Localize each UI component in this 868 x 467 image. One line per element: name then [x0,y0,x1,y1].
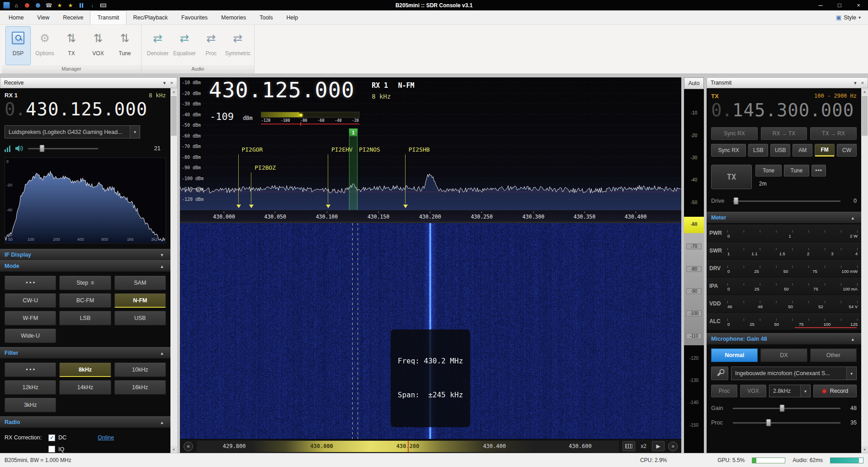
gain-slider[interactable] [733,404,840,412]
mode-button[interactable]: W-FM [5,311,56,325]
mic-tab[interactable]: DX [760,348,807,362]
favourite-icon[interactable]: ★ [57,2,63,9]
tx-frequency-display[interactable]: 0.145.300.000 [707,100,861,123]
mode-button[interactable]: LSB [59,311,111,325]
audio-device-select[interactable]: Luidsprekers (Logitech G432 Gaming Head.… [5,125,140,138]
marker-label-pi2boz[interactable]: PI2BOZ [255,164,276,171]
keyboard-button[interactable] [623,441,635,451]
section-meter[interactable]: Meter ▴ [707,212,861,223]
chevron-down-icon[interactable]: ▾ [163,80,166,86]
tx-transmit-button[interactable]: TX [711,165,752,189]
menu-item[interactable]: Home [2,10,30,24]
receive-scrollbar[interactable]: ▲ ▼ [170,88,177,453]
iq-checkbox[interactable] [48,446,55,453]
section-radio[interactable]: Radio ▴ [0,416,170,428]
tx-mode-button[interactable]: CW [837,144,857,157]
mode-button[interactable]: Step≡ [59,276,111,290]
waterfall-display[interactable]: Freq: 430.2 MHz Span: ±245 kHz [180,223,681,439]
proc-ribbon-button[interactable]: ⇄ Proc [198,26,224,65]
proc-button[interactable]: Proc [711,385,737,397]
chevron-down-icon[interactable]: ▾ [854,80,857,86]
sync-button[interactable]: RX → TX [761,127,807,140]
tune-button[interactable]: Tune [784,165,809,176]
drive-slider[interactable] [733,197,840,205]
tune-ribbon-button[interactable]: ⇅ Tune [112,26,137,65]
speaker-icon[interactable] [15,145,24,152]
zoom-level[interactable]: x2 [639,443,648,449]
filter-button[interactable]: 12kHz [5,380,56,395]
nav-band[interactable]: 429.800430.000430.200430.400430.600 [197,441,619,452]
tx-mode-button[interactable]: FM [815,144,835,157]
record-icon[interactable] [35,2,41,9]
more-options-button[interactable]: ••• [811,165,826,176]
close-button[interactable]: × [849,0,868,10]
close-icon[interactable]: × [861,80,864,86]
pause-icon[interactable] [78,2,85,9]
marker-label-pi2nos[interactable]: PI2NOS [359,146,380,153]
section-if-display[interactable]: IF Display ▾ [0,249,170,260]
rx-tuning-marker[interactable]: 1 [349,129,358,210]
filter-button[interactable]: 8kHz [59,362,111,377]
mode-button[interactable]: Wide-U [5,329,56,343]
scroll-thumb[interactable] [171,96,177,136]
splitter-handle[interactable]: ······· [421,218,440,222]
scroll-down-icon[interactable]: ▼ [170,446,177,453]
marker-label-pi2shb[interactable]: PI2SHB [409,146,430,153]
nav-end-button[interactable]: » [668,442,678,451]
mode-button[interactable]: CW-U [5,293,56,308]
vox-ribbon-button[interactable]: ⇅ VOX [85,26,111,65]
nav-right-button[interactable]: ▶ [652,441,665,451]
app-icon[interactable] [3,2,10,9]
nav-left-button[interactable]: « [184,442,193,451]
transmit-scrollbar[interactable]: ▲ ▼ [861,88,868,453]
tx-mode-button[interactable]: LSB [748,144,768,157]
vox-button[interactable]: VOX [740,385,766,397]
marker-label-pi2gor[interactable]: PI2GOR [241,146,263,153]
mode-button[interactable]: SAM [114,276,166,290]
menu-item[interactable]: Receive [56,10,90,24]
filter-button[interactable]: 10kHz [114,362,166,377]
record-button[interactable]: Record [813,385,857,397]
denoiser-button[interactable]: ⇄ Denoiser [145,26,170,65]
tx-mode-button[interactable]: USB [770,144,790,157]
auto-button[interactable]: Auto [684,77,704,89]
filter-button[interactable]: • • • [5,362,56,377]
scroll-up-icon[interactable]: ▲ [861,88,868,95]
filter-button[interactable]: 16kHz [114,380,166,395]
menu-item[interactable]: Transmit [90,10,126,24]
equaliser-button[interactable]: ⇄ Equaliser [172,26,197,65]
mic-tab[interactable]: Normal [711,348,758,362]
menu-item[interactable]: Tools [253,10,279,24]
options-button[interactable]: ⚙ Options [32,26,57,65]
scroll-thumb[interactable] [862,96,868,136]
scroll-down-icon[interactable]: ▼ [861,446,868,453]
frequency-axis[interactable]: 430.000430.050430.100430.150430.200430.2… [180,210,681,222]
mode-button[interactable]: N-FM [114,293,166,308]
download-icon[interactable]: ↓ [89,2,95,9]
volume-slider[interactable] [28,144,98,152]
dc-checkbox[interactable]: ✓ [48,434,55,441]
tx-mode-button[interactable]: Sync RX [711,144,746,157]
section-filter[interactable]: Filter ▴ [0,347,170,358]
favourite-add-icon[interactable]: ★ [67,2,74,9]
close-icon[interactable]: × [170,80,173,86]
radio-icon[interactable] [24,2,30,9]
minimize-button[interactable]: ─ [811,0,830,10]
scale-gradient[interactable]: -10-20-30-40-50-60-70-80-90-100-110-120-… [684,90,704,453]
menu-item[interactable]: Memories [214,10,253,24]
mode-button[interactable]: USB [114,311,166,325]
mic-settings-button[interactable] [711,367,728,380]
dsp-button[interactable]: DSP [5,26,31,65]
section-mode[interactable]: Mode ▴ [0,260,170,272]
symmetric-button[interactable]: ⇄ Symmetric [225,26,250,65]
tx-mode-button[interactable]: AM [793,144,812,157]
mic-tab[interactable]: Other [810,348,857,362]
sync-button[interactable]: Sync RX [711,127,758,140]
online-link[interactable]: Online [98,434,114,441]
menu-item[interactable]: Rec/Playback [127,10,175,24]
keyboard-icon[interactable] [100,2,106,9]
scroll-up-icon[interactable]: ▲ [170,88,177,95]
menu-item[interactable]: View [30,10,56,24]
tone-button[interactable]: Tone [755,165,782,176]
menu-item[interactable]: Favourites [175,10,214,24]
